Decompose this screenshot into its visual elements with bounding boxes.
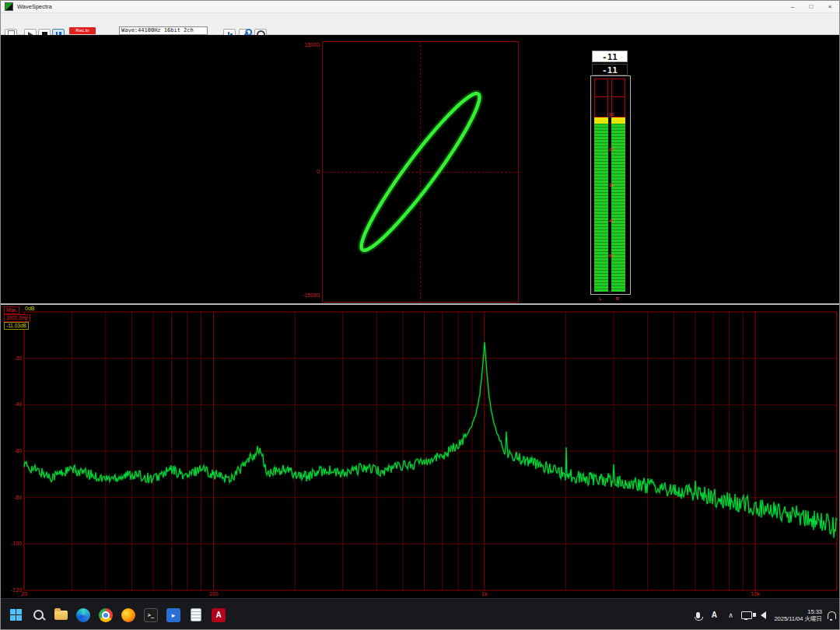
- media-icon[interactable]: ▸: [163, 605, 184, 625]
- acrobat-icon[interactable]: A: [208, 605, 229, 625]
- chevron-icon[interactable]: ∧: [725, 605, 736, 625]
- close-button[interactable]: ×: [821, 1, 839, 12]
- wave-format-info: Wave:44100Hz 16bit 2ch: [119, 26, 208, 35]
- notepad-icon[interactable]: [186, 605, 206, 625]
- y-tick-label: -20: [2, 355, 22, 361]
- spectrum-plot: [1, 305, 840, 598]
- y-tick-label: -40: [2, 401, 22, 407]
- display-icon[interactable]: [741, 605, 752, 625]
- firefox-icon[interactable]: [118, 605, 138, 625]
- edge-icon[interactable]: [73, 605, 93, 625]
- rec-in-badge: Rec.In: [69, 27, 96, 34]
- taskbar: >_▸A A∧ 15:33 2025/11/04 火曜日: [1, 598, 840, 630]
- level-meter: -10-20-30-40-50: [590, 75, 631, 295]
- system-tray: A∧ 15:33 2025/11/04 火曜日: [692, 605, 836, 625]
- x-tick-label: 100: [204, 591, 222, 597]
- meter-channel-r-label: R: [611, 296, 625, 301]
- y-tick-label: -80: [2, 495, 22, 500]
- taskbar-pinned-apps: >_▸A: [5, 605, 229, 625]
- meter-scale-label: -20: [591, 147, 630, 152]
- tray-icons: A∧: [692, 605, 768, 625]
- max-db-readout: -11.03dB: [4, 322, 29, 330]
- meter-peak-left: -11: [592, 51, 628, 62]
- search-icon[interactable]: [28, 605, 48, 625]
- meter-scale-label: -10: [591, 112, 630, 117]
- start-icon[interactable]: [5, 605, 26, 625]
- client-area: 15000 0 -15000 -11 -11 -10-20-30-40-50 L…: [1, 35, 840, 598]
- meter-scale-label: -30: [591, 183, 630, 187]
- meter-scale-label: -40: [591, 219, 630, 223]
- mic-icon[interactable]: [692, 605, 703, 625]
- meter-tick-line: [611, 96, 625, 97]
- scope-ymin-label: -15000: [292, 292, 320, 298]
- app-icon: [5, 2, 13, 11]
- taskbar-clock[interactable]: 15:33 2025/11/04 火曜日: [774, 608, 822, 622]
- y-tick-label: -100: [2, 541, 22, 546]
- x-tick-label: 1k: [475, 591, 494, 597]
- meter-channel-l-label: L: [593, 296, 607, 301]
- clock-date: 2025/11/04 火曜日: [774, 615, 822, 622]
- window-controls: – □ ×: [783, 1, 839, 12]
- lissajous-pane: 15000 0 -15000 -11 -11 -10-20-30-40-50 L…: [1, 35, 840, 303]
- scope-ymax-label: 15000: [292, 42, 320, 47]
- explorer-icon[interactable]: [51, 605, 71, 625]
- meter-peak-right: -11: [592, 64, 628, 75]
- clock-time: 15:33: [774, 608, 822, 615]
- chrome-icon[interactable]: [96, 605, 116, 625]
- minimize-button[interactable]: –: [783, 1, 802, 12]
- x-tick-label: 10k: [746, 591, 765, 597]
- toolbar: Rec.In Wave:44100Hz 16bit 2ch FFT:32768 …: [1, 13, 839, 35]
- spectrum-pane: 0dB Max. 1001.0Hz -11.03dB -20-40-60-80-…: [1, 305, 840, 598]
- scope-ymid-label: 0: [292, 169, 320, 174]
- meter-tick-line: [594, 96, 608, 97]
- window-title: WaveSpectra: [17, 3, 783, 10]
- y-tick-label: -60: [2, 448, 22, 453]
- meter-yellow-segment: [611, 117, 625, 124]
- x-tick-label: 20: [15, 591, 33, 597]
- meter-scale-label: -50: [591, 254, 630, 258]
- wavespectra-window: WaveSpectra – □ × Rec.In Wave:44100Hz 16…: [0, 0, 840, 630]
- volume-icon[interactable]: [758, 605, 768, 625]
- max-label: Max.: [4, 306, 19, 314]
- ime-icon[interactable]: A: [709, 605, 719, 625]
- meter-yellow-segment: [594, 117, 608, 124]
- notifications-bell-icon[interactable]: [828, 611, 836, 619]
- lissajous-trace: [322, 41, 519, 303]
- terminal-icon[interactable]: >_: [141, 605, 161, 625]
- maximize-button[interactable]: □: [802, 1, 821, 12]
- titlebar: WaveSpectra – □ ×: [1, 1, 839, 13]
- max-freq-readout: 1001.0Hz: [4, 314, 30, 322]
- db-unit-label: 0dB: [25, 306, 34, 311]
